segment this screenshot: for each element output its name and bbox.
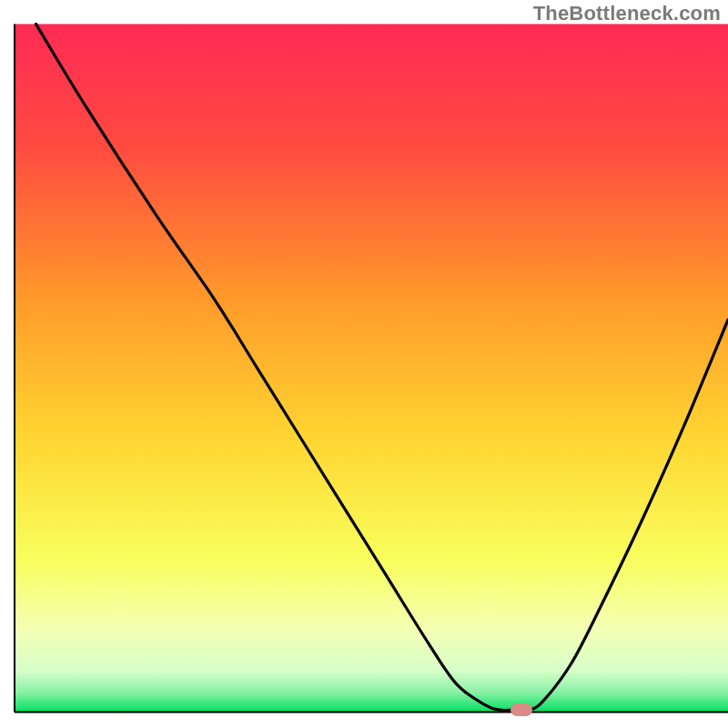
plot-canvas: [0, 0, 728, 728]
chart-container: TheBottleneck.com: [0, 0, 728, 728]
watermark-text: TheBottleneck.com: [533, 2, 721, 25]
gradient-background: [15, 24, 728, 712]
optimum-marker: [511, 703, 532, 716]
